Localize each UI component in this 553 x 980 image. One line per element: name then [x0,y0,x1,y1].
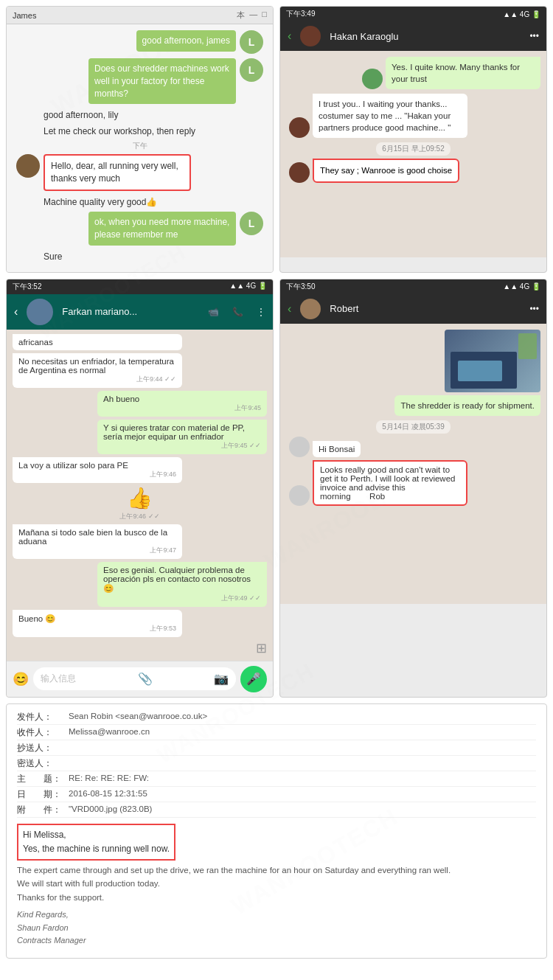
pc-chat-title: James [13,11,36,20]
message-time: 上午9:46 ✓✓ [13,512,267,521]
email-date-row: 日 期： 2016-08-15 12:31:55 [17,789,536,802]
camera-icon[interactable]: 📷 [214,672,229,686]
message-bubble-highlighted: They say ; Wanrooe is good choise [313,159,459,182]
avatar [362,69,383,89]
more-options-icon[interactable]: ••• [529,304,539,314]
back-icon[interactable]: ‹ [14,305,18,319]
pc-chat-panel: James 本 — □ L good afternoon, james L Do… [6,6,274,273]
bcc-value [69,758,536,769]
message-bubble: Eso es genial. Cualquier problema de ope… [97,562,267,607]
signal-display: ▲▲ 4G 🔋 [229,282,267,292]
email-body-line: We will start with full production today… [17,877,536,890]
email-body-line: Thanks for the support. [17,891,536,904]
contact-name: Farkan mariano... [62,306,202,317]
message-bubble: The shredder is ready for shipment. [394,395,540,416]
date-label: 日 期： [17,789,69,800]
system-message: 下午 [13,141,267,151]
pc-chat-titlebar: James 本 — □ [7,7,273,24]
video-call-icon[interactable]: 📹 [208,307,219,317]
message-input[interactable]: 输入信息 📎 📷 [33,667,236,690]
message-row: La voy a utilizar solo para PE 上午9:46 [13,457,267,483]
more-options-icon[interactable]: ⋮ [257,307,265,317]
back-icon[interactable]: ‹ [288,302,291,316]
whatsapp-body: africanas No necesitas un enfriador, la … [7,330,273,661]
from-value: Sean Robin <sean@wanrooe.co.uk> [69,712,536,723]
mic-button[interactable]: 🎤 [240,666,267,692]
message-bubble-highlighted: Hello, dear, all running very well, than… [44,154,191,191]
emoji-icon[interactable]: 😊 [13,671,29,687]
maximize-icon[interactable]: □ [262,10,267,21]
message-time: 上午9:47 [18,546,176,555]
message-bubble: Y si quieres tratar con material de PP, … [97,420,267,454]
message-bubble: good afternoon, james [136,30,236,52]
message-bubble: Yes. I quite know. Many thanks for your … [386,57,540,89]
attachment-value: "VRD000.jpg (823.0B) [69,804,536,816]
minimize-icon[interactable]: — [249,10,257,21]
chat-titlebar: ‹ Farkan mariano... 📹 📞 ⋮ [7,294,273,330]
plain-message: Machine quality very good👍 [13,195,267,209]
pin-icon[interactable]: 本 [237,10,245,21]
time-display: 下午3:49 [286,9,315,19]
message-row: africanas [13,334,267,350]
message-row: L good afternoon, james [13,30,267,54]
email-from-row: 发件人： Sean Robin <sean@wanrooe.co.uk> [17,712,536,725]
subject-value: RE: Re: RE: RE: FW: [69,774,536,785]
chat-input-bar: 😊 输入信息 📎 📷 🎤 [7,661,273,697]
email-to-row: 收件人： Melissa@wanrooe.cn [17,727,536,740]
email-body-line: The expert came through and set up the d… [17,863,536,877]
machine-image [445,330,540,392]
message-bubble: Hi Bonsai [313,441,361,457]
plain-message: good afternoon, lily [13,108,267,122]
avatar [289,485,310,506]
cc-value [69,743,536,754]
window-controls[interactable]: 本 — □ [237,10,267,21]
message-bubble: Mañana si todo sale bien la busco de la … [13,524,182,559]
avatar: L [240,212,263,235]
input-placeholder: 输入信息 [41,673,76,685]
message-time: 上午9:44 ✓✓ [18,375,176,384]
system-message: 5月14日 凌晨05:39 [376,420,451,434]
message-bubble-highlighted: Looks really good and can't wait to get … [313,460,467,506]
message-row: They say ; Wanrooe is good choise [286,159,540,182]
avatar: L [240,58,263,82]
avatar [289,117,310,138]
pc-chat-body: L good afternoon, james L Does our shred… [7,24,273,272]
plain-message: Sure [13,250,267,263]
contact-name: Hakan Karaoglu [330,31,524,42]
message-row: Yes. I quite know. Many thanks for your … [286,57,540,89]
message-bubble: Ah bueno 上午9:45 [97,391,267,417]
chat-titlebar: ‹ Hakan Karaoglu ••• [280,21,546,51]
call-icon[interactable]: 📞 [232,307,243,317]
email-highlighted-text: Hi Melissa, Yes, the machine is running … [17,824,175,861]
contact-avatar [300,299,321,319]
system-message: 6月15日 早上09:52 [376,142,451,156]
email-subject-row: 主 题： RE: Re: RE: RE: FW: [17,774,536,787]
robert-chat-panel: 下午3:50 ▲▲ 4G 🔋 ‹ Robert ••• [279,279,547,698]
message-time: 上午9:46 [18,470,176,479]
email-panel: 发件人： Sean Robin <sean@wanrooe.co.uk> 收件人… [6,703,547,959]
chat-titlebar: ‹ Robert ••• [280,294,546,324]
signal-display: ▲▲ 4G 🔋 [503,10,540,18]
bcc-label: 密送人： [17,758,69,769]
email-body: Hi Melissa, Yes, the machine is running … [17,824,536,948]
status-bar: 下午3:50 ▲▲ 4G 🔋 [280,279,546,294]
message-bubble: Does our shredder machines work well in … [88,58,236,104]
message-row: Y si quieres tratar con material de PP, … [13,420,267,454]
message-row: Hello, dear, all running very well, than… [13,154,267,191]
message-row: Hi Bonsai [286,437,540,457]
signal-display: ▲▲ 4G 🔋 [503,282,540,291]
date-value: 2016-08-15 12:31:55 [69,789,536,800]
more-options-icon[interactable]: ••• [529,31,539,41]
message-bubble: I trust you.. I waiting your thanks... c… [313,94,467,138]
back-icon[interactable]: ‹ [288,29,291,43]
whatsapp-spanish-panel: 下午3:52 ▲▲ 4G 🔋 ‹ Farkan mariano... 📹 📞 ⋮… [6,279,274,698]
message-row: Bueno 😊 上午9:53 [13,610,267,637]
message-row: Eso es genial. Cualquier problema de ope… [13,562,267,607]
hakan-chat-body: Yes. I quite know. Many thanks for your … [280,51,546,257]
attachment-icon[interactable]: 📎 [138,672,153,686]
message-row: Mañana si todo sale bien la busco de la … [13,524,267,559]
expand-icon[interactable]: ⊞ [256,641,267,656]
message-row: Looks really good and can't wait to get … [286,460,540,506]
avatar [16,154,40,178]
message-row: 👍 上午9:46 ✓✓ [13,486,267,521]
